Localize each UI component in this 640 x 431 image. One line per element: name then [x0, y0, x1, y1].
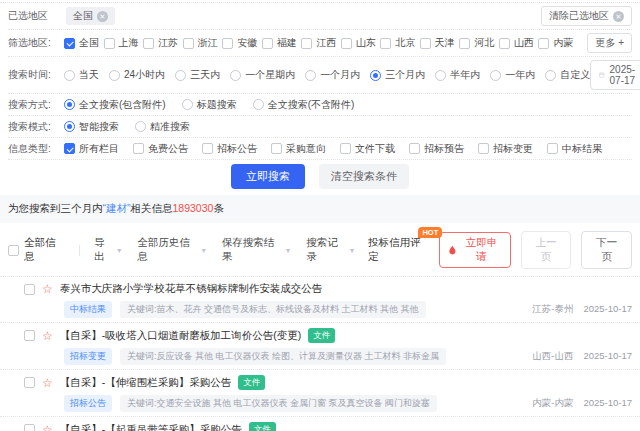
time-option-3[interactable]: 一个星期内	[230, 68, 295, 82]
region-option-7[interactable]: 山东	[341, 36, 376, 50]
smart-option-0[interactable]: 智能搜索	[64, 120, 119, 134]
result-summary: 为您搜索到三个月内“建材”相关信息1893030条	[0, 195, 640, 223]
date-range-input[interactable]: 2025-07-17 至 2025-10-17	[590, 60, 640, 90]
region-option-12[interactable]: 内蒙	[538, 36, 573, 50]
type-option-4[interactable]: 文件下载	[340, 142, 395, 156]
result-checkbox[interactable]	[24, 284, 35, 295]
time-option-label: 自定义	[560, 68, 590, 82]
result-title[interactable]: 【自采】-吸收塔入口烟道耐磨板加工询价公告(变更)	[60, 329, 302, 343]
search-button[interactable]: 立即搜索	[231, 164, 305, 189]
checkbox-icon	[301, 38, 312, 49]
bid-rating-link[interactable]: 投标信用评定 HOT	[368, 236, 429, 264]
chevron-down-icon: ▾	[117, 246, 121, 255]
more-regions-button[interactable]: 更多 +	[587, 33, 632, 53]
search-filter-page: 已选地区 全国 ✕ 清除已选地区 ✕ 筛选地区: 全国上海江苏浙江安徽福建江西山…	[0, 2, 640, 431]
result-checkbox[interactable]	[24, 377, 35, 388]
type-option-7[interactable]: 中标结果	[547, 142, 602, 156]
region-option-0[interactable]: 全国	[64, 36, 99, 50]
time-option-2[interactable]: 三天内	[175, 68, 220, 82]
radio-icon	[64, 70, 75, 81]
date-start[interactable]: 2025-07-17	[610, 64, 638, 86]
type-option-6[interactable]: 招标变更	[478, 142, 533, 156]
type-option-2[interactable]: 招标公告	[202, 142, 257, 156]
type-option-1[interactable]: 免费公告	[133, 142, 188, 156]
result-title[interactable]: 【自采】-【伸缩围栏采购】采购公告	[60, 376, 232, 390]
star-icon[interactable]: ☆	[42, 330, 53, 342]
region-option-3[interactable]: 浙江	[183, 36, 218, 50]
region-option-5[interactable]: 福建	[262, 36, 297, 50]
type-option-label: 采购意向	[286, 142, 326, 156]
result-title[interactable]: 泰兴市大庆路小学学校花草不锈钢标牌制作安装成交公告	[60, 282, 323, 296]
smart-mode-label: 搜索模式:	[8, 120, 64, 134]
mode-option-0[interactable]: 全文搜索(包含附件)	[64, 98, 166, 112]
clear-selected-regions-button[interactable]: 清除已选地区 ✕	[541, 6, 632, 26]
checkbox-icon	[183, 38, 194, 49]
star-icon[interactable]: ☆	[42, 283, 53, 295]
result-item: ☆【自采】-吸收塔入口烟道耐磨板加工询价公告(变更)文件招标变更关键词:反应设备…	[0, 322, 640, 369]
radio-icon	[370, 70, 381, 81]
search-mode-row: 搜索方式: 全文搜索(包含附件)标题搜索全文搜索(不含附件)	[8, 94, 632, 116]
type-option-0[interactable]: 所有栏目	[64, 142, 119, 156]
result-checkbox[interactable]	[24, 330, 35, 341]
summary-count: 1893030	[173, 202, 214, 214]
region-option-label: 河北	[474, 36, 494, 50]
result-item: ☆【自采】-【起重吊带等采购】采购公告文件招标公告关键词:起重设备 其他 电工仪…	[0, 416, 640, 431]
time-option-0[interactable]: 当天	[64, 68, 99, 82]
region-option-1[interactable]: 上海	[104, 36, 139, 50]
smart-option-1[interactable]: 精准搜索	[135, 120, 190, 134]
info-type-row: 信息类型: 所有栏目免费公告招标公告采购意向文件下载招标预告招标变更中标结果	[8, 138, 632, 160]
result-region: 山西-山西	[532, 350, 573, 363]
result-list: ☆泰兴市大庆路小学学校花草不锈钢标牌制作安装成交公告中标结果关键词:苗木、花卉 …	[0, 276, 640, 431]
prev-page-button[interactable]: 上一页	[521, 231, 572, 269]
time-option-6[interactable]: 半年内	[435, 68, 480, 82]
search-time-label: 搜索时间:	[8, 68, 64, 82]
search-time-options: 当天24小时内三天内一个星期内一个月内三个月内半年内一年内自定义	[64, 68, 590, 82]
result-title[interactable]: 【自采】-【起重吊带等采购】采购公告	[60, 423, 242, 431]
toolbar-menu-1[interactable]: 全部历史信息▾	[137, 236, 205, 264]
star-icon[interactable]: ☆	[42, 424, 53, 431]
type-option-5[interactable]: 招标预告	[409, 142, 464, 156]
toolbar-menu-label: 导出	[94, 236, 114, 264]
result-title-row: ☆泰兴市大庆路小学学校花草不锈钢标牌制作安装成交公告	[24, 282, 632, 296]
result-title-row: ☆【自采】-【起重吊带等采购】采购公告文件	[24, 422, 632, 431]
type-option-label: 免费公告	[148, 142, 188, 156]
file-tag: 文件	[238, 375, 265, 390]
apply-now-button[interactable]: 立即申请	[439, 232, 510, 268]
toolbar-menu-0[interactable]: 导出▾	[94, 236, 121, 264]
clear-search-button[interactable]: 清空搜索条件	[319, 164, 409, 189]
radio-icon	[490, 70, 501, 81]
mode-option-1[interactable]: 标题搜索	[182, 98, 237, 112]
select-all-label: 全部信息	[24, 236, 65, 264]
star-icon[interactable]: ☆	[42, 377, 53, 389]
time-option-8[interactable]: 自定义	[545, 68, 590, 82]
region-option-8[interactable]: 北京	[380, 36, 415, 50]
radio-icon	[64, 121, 75, 132]
select-all-checkbox[interactable]: 全部信息	[8, 236, 65, 264]
next-page-button[interactable]: 下一页	[581, 231, 632, 269]
time-option-5[interactable]: 三个月内	[370, 68, 425, 82]
region-option-11[interactable]: 山西	[499, 36, 534, 50]
type-option-label: 招标公告	[217, 142, 257, 156]
selected-region-tag-label: 全国	[73, 9, 93, 23]
time-option-1[interactable]: 24小时内	[109, 68, 165, 82]
result-item: ☆【自采】-【伸缩围栏采购】采购公告文件招标公告关键词:交通安全设施 其他 电工…	[0, 369, 640, 416]
time-option-4[interactable]: 一个月内	[305, 68, 360, 82]
selected-region-tag[interactable]: 全国 ✕	[66, 7, 115, 25]
time-option-7[interactable]: 一年内	[490, 68, 535, 82]
region-option-2[interactable]: 江苏	[143, 36, 178, 50]
result-meta-row: 中标结果关键词:苗木、花卉 交通信号及标志、标线设备及材料 土工材料 其他 其他…	[24, 301, 632, 318]
toolbar-menu-2[interactable]: 保存搜索结果▾	[222, 236, 290, 264]
toolbar-menu-3[interactable]: 搜索记录▾	[306, 236, 354, 264]
checkbox-icon	[547, 143, 558, 154]
region-option-6[interactable]: 江西	[301, 36, 336, 50]
radio-icon	[253, 99, 264, 110]
result-checkbox[interactable]	[24, 424, 35, 431]
region-option-10[interactable]: 河北	[459, 36, 494, 50]
remove-region-icon[interactable]: ✕	[97, 11, 108, 22]
radio-icon	[64, 99, 75, 110]
region-option-9[interactable]: 天津	[420, 36, 455, 50]
region-option-4[interactable]: 安徽	[222, 36, 257, 50]
mode-option-2[interactable]: 全文搜索(不含附件)	[253, 98, 355, 112]
type-option-3[interactable]: 采购意向	[271, 142, 326, 156]
checkbox-icon	[420, 38, 431, 49]
